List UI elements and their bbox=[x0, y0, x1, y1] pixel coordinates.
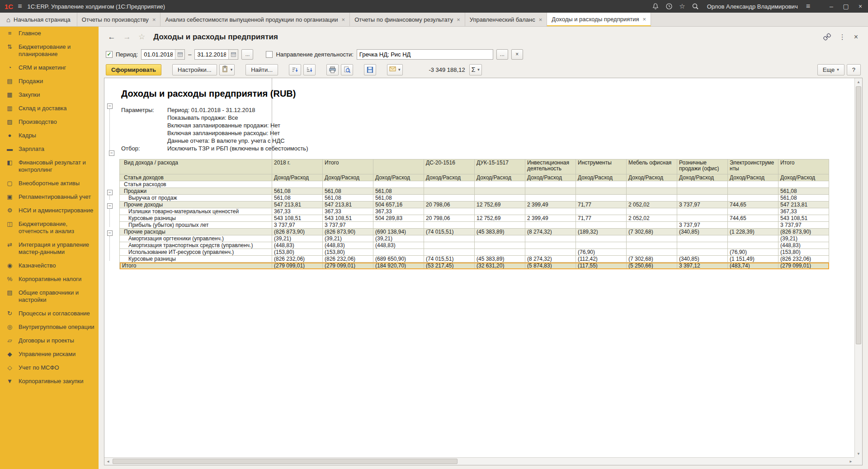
tab-close-icon[interactable]: × bbox=[539, 16, 542, 23]
grid-cell[interactable]: (340,85) bbox=[677, 229, 728, 235]
grid-cell[interactable] bbox=[424, 235, 475, 242]
vertical-scroll-thumb[interactable] bbox=[856, 86, 861, 344]
sidebar-item[interactable]: ◫Бюджетирование, отчетность и анализ bbox=[0, 217, 99, 238]
grid-cell[interactable]: 504 289,83 bbox=[373, 215, 424, 222]
tab-home[interactable]: ⌂ Начальная страница bbox=[0, 13, 77, 26]
grid-name-cell[interactable]: Курсовые разницы bbox=[120, 215, 272, 222]
grid-subheader[interactable]: Доход/Расход bbox=[272, 174, 323, 181]
grid-name-cell[interactable]: Амортизация оргтехники (управленч.) bbox=[120, 235, 272, 242]
sidebar-item[interactable]: ◆Управление рисками bbox=[0, 347, 99, 361]
sidebar-item[interactable]: ▼Корпоративные закупки bbox=[0, 375, 99, 388]
main-menu-icon[interactable]: ≡ bbox=[18, 2, 22, 10]
more-button[interactable]: Еще ▾ bbox=[817, 64, 844, 75]
grid-cell[interactable] bbox=[627, 188, 677, 195]
grid-cell[interactable]: 561,08 bbox=[272, 188, 323, 195]
grid-cell[interactable] bbox=[728, 242, 778, 249]
grid-cell[interactable] bbox=[627, 249, 677, 256]
grid-cell[interactable]: (32 631,20) bbox=[475, 263, 525, 269]
sidebar-item[interactable]: ▤Продажи bbox=[0, 75, 99, 88]
grid-cell[interactable]: 547 213,81 bbox=[778, 202, 829, 208]
favorite-star-icon[interactable]: ☆ bbox=[138, 32, 145, 42]
grid-cell[interactable] bbox=[728, 208, 778, 215]
grid-cell[interactable]: (826 873,90) bbox=[323, 229, 373, 235]
grid-cell[interactable] bbox=[576, 208, 627, 215]
sidebar-item[interactable]: ◔CRM и маркетинг bbox=[0, 61, 99, 75]
grid-subheader[interactable]: Доход/Расход bbox=[728, 174, 778, 181]
grid-cell[interactable] bbox=[576, 181, 627, 188]
sidebar-item[interactable]: ▬Зарплата bbox=[0, 142, 99, 156]
grid-cell[interactable]: 20 798,06 bbox=[424, 202, 475, 208]
sort-asc-button[interactable] bbox=[289, 64, 301, 75]
grid-cell[interactable]: 3 397,12 bbox=[677, 263, 728, 269]
grid-cell[interactable]: 561,08 bbox=[778, 188, 829, 195]
grid-cell[interactable] bbox=[627, 208, 677, 215]
grid-cell[interactable] bbox=[728, 188, 778, 195]
grid-cell[interactable]: 547 213,81 bbox=[272, 202, 323, 208]
grid-cell[interactable]: (826 232,06) bbox=[323, 256, 373, 263]
email-dropdown-button[interactable]: ▾ bbox=[387, 64, 403, 75]
sidebar-item[interactable]: ▦Закупки bbox=[0, 88, 99, 102]
favorites-star-icon[interactable]: ☆ bbox=[679, 3, 685, 10]
grid-cell[interactable] bbox=[677, 249, 728, 256]
grid-cell[interactable]: 561,08 bbox=[778, 195, 829, 202]
sidebar-item[interactable]: ◧Финансовый результат и контроллинг bbox=[0, 156, 99, 177]
grid-cell[interactable] bbox=[627, 242, 677, 249]
grid-cell[interactable]: (448,83) bbox=[272, 242, 323, 249]
grid-name-cell[interactable]: Итого bbox=[120, 263, 272, 269]
grid-cell[interactable] bbox=[576, 242, 627, 249]
calendar-icon[interactable] bbox=[175, 50, 184, 59]
grid-col-header[interactable]: Розничные продажи (офис) bbox=[677, 159, 728, 174]
grid-cell[interactable]: (45 383,89) bbox=[475, 229, 525, 235]
sidebar-item[interactable]: ▣Регламентированный учет bbox=[0, 190, 99, 204]
grid-cell[interactable] bbox=[424, 188, 475, 195]
back-button[interactable]: ← bbox=[106, 31, 118, 43]
grid-col-header[interactable]: Мебель офисная bbox=[627, 159, 677, 174]
form-close-icon[interactable]: × bbox=[854, 33, 858, 41]
grid-cell[interactable]: (184 920,70) bbox=[373, 263, 424, 269]
grid-col-header[interactable]: Инвестиционная деятельность bbox=[525, 159, 576, 174]
tab-item[interactable]: Отчеты по производству× bbox=[77, 13, 161, 26]
grid-col-header[interactable]: Итого bbox=[778, 159, 829, 174]
grid-cell[interactable]: 12 752,69 bbox=[475, 215, 525, 222]
horizontal-scroll-thumb[interactable] bbox=[113, 459, 458, 464]
grid-cell[interactable] bbox=[627, 195, 677, 202]
grid-cell[interactable] bbox=[728, 222, 778, 229]
grid-cell[interactable] bbox=[677, 195, 728, 202]
grid-cell[interactable]: (1 151,49) bbox=[728, 256, 778, 263]
grid-cell[interactable] bbox=[424, 249, 475, 256]
tab-close-icon[interactable]: × bbox=[342, 16, 345, 23]
sidebar-item[interactable]: ↻Процессы и согласование bbox=[0, 307, 99, 320]
grid-cell[interactable]: 543 108,51 bbox=[272, 215, 323, 222]
grid-cell[interactable]: 12 752,69 bbox=[475, 202, 525, 208]
tab-active[interactable]: Доходы и расходы предприятия× bbox=[547, 13, 651, 26]
grid-cell[interactable] bbox=[677, 215, 728, 222]
grid-cell[interactable] bbox=[475, 195, 525, 202]
grid-cell[interactable] bbox=[475, 242, 525, 249]
grid-cell[interactable]: (39,21) bbox=[373, 235, 424, 242]
grid-cell[interactable]: 543 108,51 bbox=[778, 215, 829, 222]
grid-cell[interactable]: 71,77 bbox=[576, 202, 627, 208]
grid-cell[interactable]: (5 250,66) bbox=[627, 263, 677, 269]
grid-cell[interactable]: 3 737,97 bbox=[677, 222, 728, 229]
grid-cell[interactable]: (112,42) bbox=[576, 256, 627, 263]
sort-desc-button[interactable] bbox=[303, 64, 316, 75]
grid-cell[interactable] bbox=[627, 181, 677, 188]
grid-cell[interactable]: 561,08 bbox=[323, 195, 373, 202]
grid-cell[interactable]: (279 099,01) bbox=[323, 263, 373, 269]
grid-col-header[interactable]: 2018 г. bbox=[272, 159, 323, 174]
sidebar-item[interactable]: ▨Производство bbox=[0, 115, 99, 129]
grid-cell[interactable] bbox=[627, 222, 677, 229]
scroll-right-icon[interactable]: ► bbox=[847, 458, 854, 465]
sidebar-item[interactable]: ▱Договоры и проекты bbox=[0, 334, 99, 347]
grid-col-header[interactable] bbox=[373, 159, 424, 174]
direction-ellipsis-button[interactable]: ... bbox=[496, 49, 508, 60]
grid-cell[interactable]: 3 737,97 bbox=[778, 222, 829, 229]
scroll-down-icon[interactable]: ▼ bbox=[855, 450, 862, 457]
grid-name-cell[interactable]: Прибыль (убыток) прошлых лет bbox=[120, 222, 272, 229]
group-collapse-icon[interactable]: − bbox=[109, 150, 114, 156]
grid-cell[interactable] bbox=[677, 242, 728, 249]
grid-cell[interactable]: (448,83) bbox=[323, 242, 373, 249]
grid-cell[interactable]: (153,80) bbox=[272, 249, 323, 256]
help-button[interactable]: ? bbox=[847, 64, 861, 75]
grid-cell[interactable]: (8 274,32) bbox=[525, 229, 576, 235]
